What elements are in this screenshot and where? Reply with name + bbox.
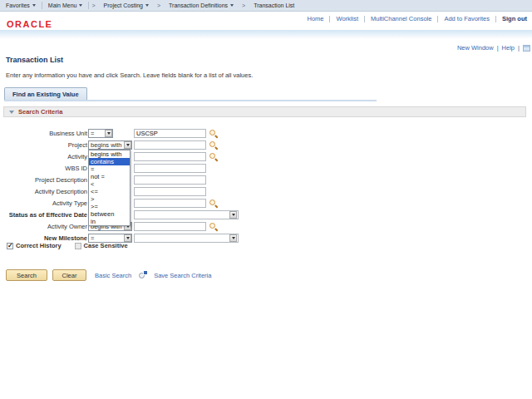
main-menu-label: Main Menu [48,2,77,8]
page-title: Transaction List [6,56,63,64]
crumb-label: Transaction List [254,2,294,8]
lookup-icon[interactable] [209,153,218,161]
breadcrumb-transaction-definitions[interactable]: Transaction Definitions [163,0,239,12]
divider [364,16,365,22]
operator-option[interactable]: in [89,218,130,225]
basic-search-link[interactable]: Basic Search [95,272,131,279]
chevron-down-icon [229,234,237,242]
divider [518,44,520,52]
project-operator-select[interactable]: begins with [88,140,132,150]
activity-type-label: Activity Type [0,200,87,207]
status-effective-date-label: Status as of Effective Date [0,211,87,219]
operator-value: = [91,130,94,137]
activity-description-input[interactable] [134,187,206,196]
case-sensitive-label: Case Sensitive [84,242,128,249]
divider [329,16,330,22]
help-link[interactable]: Help [502,44,515,52]
breadcrumb-separator [239,2,248,8]
clear-button[interactable]: Clear [52,269,86,281]
operator-value: = [91,234,94,242]
breadcrumb-transaction-list[interactable]: Transaction List [248,0,300,12]
operator-dropdown-list: begins with contains = not = < <= > >= b… [88,150,131,226]
project-description-input[interactable] [134,175,206,185]
checkbox-row: Correct History Case Sensitive [7,242,128,249]
wbs-id-label: WBS ID [0,165,87,172]
section-title: Search Criteria [18,108,62,116]
lookup-icon[interactable] [209,141,218,150]
new-milestone-label: New Milestone [0,234,87,242]
operator-option[interactable]: between [89,210,130,218]
operator-option[interactable]: >= [89,203,130,210]
operator-option[interactable]: > [89,195,130,203]
row-project: Project begins with [0,140,218,150]
header-gradient [0,30,532,39]
crumb-label: Transaction Definitions [169,2,228,8]
favorites-label: Favorites [6,2,30,8]
case-sensitive-checkbox[interactable] [75,243,81,249]
chevron-down-icon [124,234,131,242]
personalize-page-icon[interactable] [523,45,530,52]
wbs-id-input[interactable] [134,164,206,173]
lookup-icon[interactable] [209,200,218,208]
breadcrumb-separator [89,2,97,8]
chevron-down-icon [105,130,112,137]
business-unit-input[interactable] [134,129,206,138]
project-description-label: Project Description [0,176,87,184]
chevron-down-icon [230,4,234,7]
activity-description-label: Activity Description [0,188,87,195]
chevron-down-icon [79,4,82,7]
correct-history-checkbox[interactable] [7,243,13,249]
main-menu[interactable]: Main Menu [42,0,89,12]
search-criteria-header: Search Criteria [3,106,526,117]
action-bar: Search Clear Basic Search Save Search Cr… [6,269,214,281]
divider [497,44,499,52]
chevron-down-icon [145,4,149,7]
correct-history-check: Correct History [7,242,62,249]
instructions-text: Enter any information you have and click… [6,71,253,79]
operator-value: begins with [91,141,122,149]
operator-option[interactable]: < [89,180,130,188]
new-milestone-select[interactable] [134,234,239,243]
breadcrumb-separator [155,2,163,8]
save-search-criteria-icon[interactable] [138,271,147,279]
activity-owner-label: Activity Owner [0,223,87,230]
sign-out-link[interactable]: Sign out [502,15,527,22]
home-link[interactable]: Home [307,15,323,22]
favorites-menu[interactable]: Favorites [0,0,42,12]
oracle-logo: ORACLE [7,19,52,29]
project-input[interactable] [134,140,206,150]
collapse-section-icon[interactable] [9,111,14,114]
tab-find-an-existing-value[interactable]: Find an Existing Value [4,87,87,100]
operator-option[interactable]: begins with [89,150,130,158]
crumb-label: Project Costing [104,2,143,8]
chevron-down-icon [229,211,237,219]
save-search-criteria-link[interactable]: Save Search Criteria [154,272,211,279]
breadcrumb: Favorites Main Menu Project Costing Tran… [0,0,532,12]
tab-underline [4,100,377,101]
business-unit-label: Business Unit [0,130,87,137]
operator-option-highlighted[interactable]: contains [89,158,130,165]
chevron-down-icon [32,4,36,7]
breadcrumb-project-costing[interactable]: Project Costing [98,0,155,12]
new-window-link[interactable]: New Window [457,44,494,52]
add-to-favorites-link[interactable]: Add to Favorites [444,15,490,22]
operator-option[interactable]: not = [89,173,130,180]
multichannel-console-link[interactable]: MultiChannel Console [371,15,431,22]
activity-owner-input[interactable] [134,222,206,231]
search-button[interactable]: Search [6,269,47,281]
chevron-down-icon [124,141,131,149]
correct-history-label: Correct History [16,242,62,249]
case-sensitive-check: Case Sensitive [75,242,128,249]
header-links: Home Worklist MultiChannel Console Add t… [307,15,527,22]
activity-input[interactable] [134,152,206,161]
activity-type-input[interactable] [134,199,206,208]
activity-label: Activity [0,153,87,160]
lookup-icon[interactable] [209,130,218,138]
status-effective-date-select[interactable] [134,210,239,219]
lookup-icon[interactable] [209,223,218,231]
business-unit-operator-select[interactable]: = [88,129,113,138]
operator-option[interactable]: = [89,165,130,173]
worklist-link[interactable]: Worklist [336,15,358,22]
operator-option[interactable]: <= [89,188,130,195]
project-label: Project [0,141,87,149]
